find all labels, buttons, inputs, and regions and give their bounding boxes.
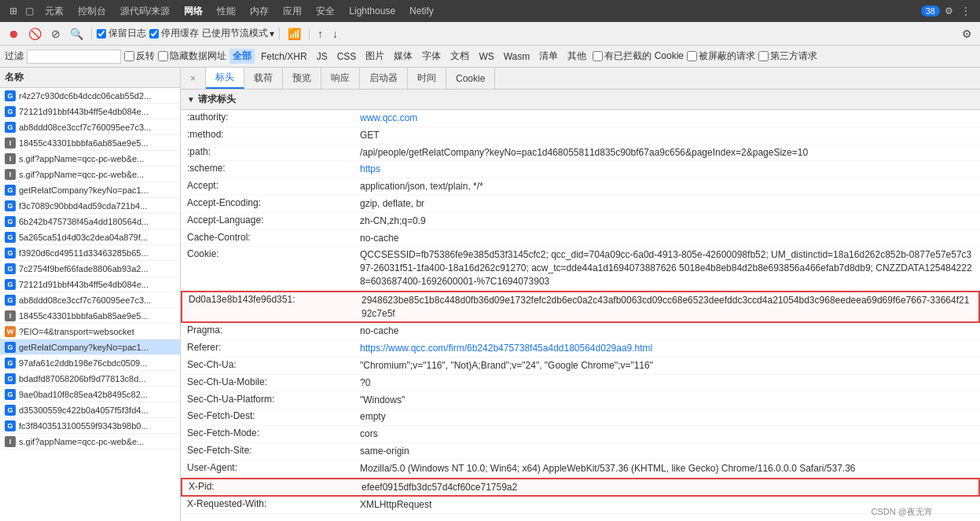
request-item[interactable]: Is.gif?appName=qcc-pc-web&e... — [0, 151, 180, 167]
tab-headers[interactable]: 标头 — [206, 68, 244, 89]
request-name: d35300559c422b0a4057f5f3fd4... — [19, 405, 175, 415]
menu-item-memory[interactable]: 内存 — [244, 3, 275, 20]
method-type-icon: I — [5, 153, 16, 164]
request-name: 72121d91bbf443b4ff5e4db084e... — [19, 280, 175, 289]
filter-js-button[interactable]: JS — [314, 50, 331, 63]
tab-response[interactable]: 响应 — [321, 68, 360, 89]
method-type-icon: G — [5, 342, 16, 353]
request-item[interactable]: I18455c43301bbbfa6ab85ae9e5... — [0, 135, 180, 151]
separator-3 — [309, 28, 310, 40]
request-item[interactable]: Is.gif?appName=qcc-pc-web&e... — [0, 167, 180, 182]
menu-item-network[interactable]: 网络 — [178, 3, 209, 20]
tab-timing[interactable]: 时间 — [408, 68, 446, 89]
tab-cookies[interactable]: Cookie — [446, 68, 495, 89]
request-item[interactable]: G5a265ca51d4d03c2dea04a879f... — [0, 229, 180, 245]
request-item[interactable]: Gab8ddd08ce3ccf7c760095ee7c3... — [0, 119, 180, 135]
preserve-log-label[interactable]: 保留日志 — [97, 27, 146, 40]
filter-other-button[interactable]: 其他 — [564, 49, 589, 64]
gear-icon[interactable]: ⚙ — [941, 4, 956, 18]
tab-payload[interactable]: 载荷 — [244, 68, 283, 89]
reverse-label[interactable]: 反转 — [124, 50, 155, 63]
filter-input[interactable] — [27, 50, 121, 64]
tab-close[interactable]: × — [181, 68, 206, 89]
filter-fetch-xhr-button[interactable]: Fetch/XHR — [258, 50, 310, 63]
settings-button[interactable]: ⚙ — [959, 26, 975, 42]
request-item[interactable]: G72121d91bbf443b4ff5e4db084e... — [0, 104, 180, 119]
disable-cache-label[interactable]: 停用缓存 — [149, 27, 199, 40]
request-headers-section[interactable]: ▼ 请求标头 — [181, 90, 980, 110]
tab-preview[interactable]: 预览 — [283, 68, 321, 89]
disable-cache-checkbox[interactable] — [149, 29, 159, 39]
menu-item-netify[interactable]: Netify — [403, 4, 440, 18]
record-stop-button[interactable]: ⏺ — [5, 26, 22, 42]
filter-css-button[interactable]: CSS — [334, 50, 360, 63]
filter-media-button[interactable]: 媒体 — [391, 49, 416, 64]
request-item[interactable]: Gf3c7089c90bbd4ad59cda721b4... — [0, 198, 180, 214]
menu-item-performance[interactable]: 性能 — [211, 3, 242, 20]
menu-item-application[interactable]: 应用 — [277, 3, 308, 20]
blocked-cookies-label[interactable]: 有已拦截的 Cookie — [593, 50, 684, 63]
filter-all-button[interactable]: 全部 — [229, 49, 255, 64]
devtools-icon[interactable]: ⊞ — [6, 4, 20, 18]
search-button[interactable]: 🔍 — [67, 26, 86, 42]
header-name: Sec-Ch-Ua-Platform: — [187, 394, 360, 407]
menu-item-lighthouse[interactable]: Lighthouse — [343, 4, 402, 18]
upload-button[interactable]: ↑ — [314, 26, 326, 42]
filter-toggle-button[interactable]: ⊘ — [48, 26, 64, 42]
preserve-log-checkbox[interactable] — [97, 29, 106, 39]
request-item[interactable]: Gab8ddd08ce3ccf7c760095ee7c3... — [0, 292, 180, 308]
request-item[interactable]: Gbdadfd87058206bf9d77813c8d... — [0, 371, 180, 387]
wifi-icon[interactable]: 📶 — [284, 26, 304, 42]
request-item[interactable]: GgetRelatCompany?keyNo=pac1... — [0, 182, 180, 198]
request-item[interactable]: G6b242b475738f45a4dd180564d... — [0, 214, 180, 229]
hide-data-urls-checkbox[interactable] — [158, 51, 168, 61]
blocked-requests-checkbox[interactable] — [687, 51, 697, 61]
filter-wasm-button[interactable]: Wasm — [501, 50, 534, 63]
cache-mode-button[interactable]: 已使用节流模式 ▾ — [202, 27, 274, 40]
request-item[interactable]: G9ae0bad10f8c85ea42b8495c82... — [0, 387, 180, 402]
section-arrow-icon: ▼ — [187, 95, 195, 104]
hide-data-urls-label[interactable]: 隐藏数据网址 — [158, 50, 226, 63]
notification-badge[interactable]: 38 — [921, 6, 940, 17]
header-name: Cache-Control: — [187, 232, 360, 245]
download-button[interactable]: ↓ — [329, 26, 341, 42]
blocked-requests-label[interactable]: 被屏蔽的请求 — [687, 50, 755, 63]
tab-initiator[interactable]: 启动器 — [360, 68, 408, 89]
filter-manifest-button[interactable]: 清单 — [536, 49, 561, 64]
filter-img-button[interactable]: 图片 — [362, 49, 387, 64]
request-item[interactable]: G97afa61c2ddb198e76cbdc0509... — [0, 355, 180, 371]
request-item[interactable]: Gf3920d6cd49511d33463285b65... — [0, 245, 180, 261]
menu-item-sources[interactable]: 源代码/来源 — [114, 3, 176, 20]
method-type-icon: G — [5, 389, 16, 400]
menu-bar: ⊞ ▢ 元素 控制台 源代码/来源 网络 性能 内存 应用 安全 Lightho… — [0, 0, 980, 22]
third-party-text: 第三方请求 — [770, 50, 817, 63]
filter-doc-button[interactable]: 文档 — [447, 49, 472, 64]
filter-font-button[interactable]: 字体 — [419, 49, 444, 64]
toolbar: ⏺ 🚫 ⊘ 🔍 保留日志 停用缓存 已使用节流模式 ▾ 📶 ↑ ↓ ⚙ — [0, 22, 980, 46]
request-item[interactable]: G7c2754f9bef66fade8806ab93a2... — [0, 261, 180, 277]
header-row: X-Pid:efeef0915dfb3dc57d4cf60ce71759a2 — [181, 478, 980, 497]
dock-icon[interactable]: ▢ — [22, 4, 37, 18]
filter-ws-button[interactable]: WS — [475, 50, 497, 63]
header-row: Sec-Fetch-Dest:empty — [181, 409, 980, 426]
request-name: bdadfd87058206bf9d77813c8d... — [19, 374, 175, 383]
request-item[interactable]: Gd35300559c422b0a4057f5f3fd4... — [0, 402, 180, 418]
request-item[interactable]: GgetRelatCompany?keyNo=pac1... — [0, 339, 180, 355]
request-item[interactable]: Is.gif?appName=qcc-pc-web&e... — [0, 434, 180, 449]
request-item[interactable]: W?EIO=4&transport=websocket — [0, 324, 180, 339]
more-icon[interactable]: ⋮ — [958, 4, 974, 18]
request-item[interactable]: Gr4z27c930dc6b4dcdc06cab55d2... — [0, 88, 180, 104]
menu-item-console[interactable]: 控制台 — [72, 3, 112, 20]
third-party-label[interactable]: 第三方请求 — [758, 50, 817, 63]
clear-button[interactable]: 🚫 — [25, 26, 45, 42]
headers-content: ▼ 请求标头 :authority:www.qcc.com:method:GET… — [181, 90, 980, 521]
reverse-checkbox[interactable] — [124, 51, 134, 61]
menu-item-security[interactable]: 安全 — [310, 3, 341, 20]
request-item[interactable]: Gfc3f8403513100559f9343b98b0... — [0, 418, 180, 434]
disable-cache-text: 停用缓存 — [161, 27, 199, 40]
request-item[interactable]: G72121d91bbf443b4ff5e4db084e... — [0, 277, 180, 292]
third-party-checkbox[interactable] — [758, 51, 769, 61]
menu-item-elements[interactable]: 元素 — [39, 3, 70, 20]
request-item[interactable]: I18455c43301bbbfa6ab85ae9e5... — [0, 308, 180, 324]
blocked-cookies-checkbox[interactable] — [593, 51, 603, 61]
